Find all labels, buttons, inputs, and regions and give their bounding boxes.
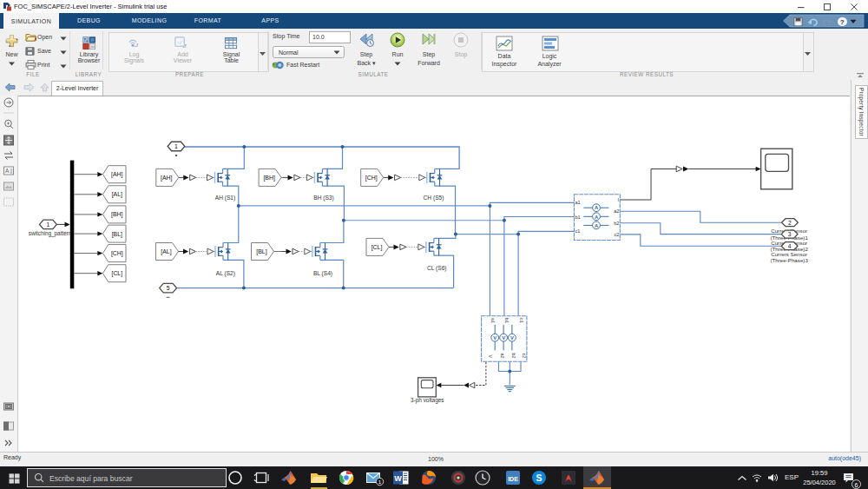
svg-text:[AL]: [AL] bbox=[161, 248, 171, 255]
svg-text:2: 2 bbox=[788, 220, 792, 226]
svg-text:CH (S5): CH (S5) bbox=[424, 195, 444, 202]
svg-text:[AH]: [AH] bbox=[161, 175, 172, 182]
svg-text:a2: a2 bbox=[614, 208, 619, 214]
svg-text:[AL]: [AL] bbox=[112, 191, 122, 198]
svg-text:IDE: IDE bbox=[508, 476, 518, 482]
svg-text:(Three-Phase)3: (Three-Phase)3 bbox=[771, 257, 809, 263]
svg-text:[CH]: [CH] bbox=[365, 175, 378, 182]
svg-text:[BL]: [BL] bbox=[256, 248, 266, 255]
svg-text:[CH]: [CH] bbox=[111, 250, 123, 257]
svg-text:1: 1 bbox=[174, 143, 178, 149]
svg-text:b2: b2 bbox=[511, 354, 516, 359]
svg-text:[BH]: [BH] bbox=[263, 175, 274, 182]
svg-text:S: S bbox=[536, 472, 542, 483]
svg-text:5: 5 bbox=[167, 285, 170, 291]
svg-text:[BL]: [BL] bbox=[112, 231, 122, 238]
svg-text:b2: b2 bbox=[614, 221, 619, 226]
svg-text:b1: b1 bbox=[504, 318, 510, 323]
svg-text:3: 3 bbox=[788, 231, 792, 237]
svg-text:c2: c2 bbox=[522, 354, 527, 359]
svg-text:c1: c1 bbox=[575, 228, 581, 234]
svg-text:b1: b1 bbox=[575, 215, 581, 220]
svg-text:BH (S3): BH (S3) bbox=[313, 195, 333, 202]
svg-text:V: V bbox=[493, 335, 496, 340]
svg-text:Current Sensor: Current Sensor bbox=[771, 251, 807, 257]
svg-text:c1: c1 bbox=[519, 318, 524, 323]
svg-text:V: V bbox=[510, 335, 514, 340]
svg-text:a1: a1 bbox=[575, 200, 581, 205]
svg-text:AL (S2): AL (S2) bbox=[216, 270, 235, 277]
svg-text:AH (S1): AH (S1) bbox=[215, 195, 235, 202]
svg-text:V: V bbox=[488, 355, 493, 359]
svg-text:BL (S4): BL (S4) bbox=[313, 270, 332, 277]
svg-text:V: V bbox=[502, 335, 505, 340]
svg-text:switching_pattern: switching_pattern bbox=[29, 230, 72, 237]
svg-text:[BH]: [BH] bbox=[111, 211, 122, 218]
svg-text:CL (S6): CL (S6) bbox=[427, 265, 446, 272]
svg-text:4: 4 bbox=[788, 243, 792, 249]
svg-text:a1: a1 bbox=[490, 318, 496, 323]
svg-text:A: A bbox=[5, 168, 10, 174]
svg-text:1: 1 bbox=[47, 221, 50, 228]
svg-text:W: W bbox=[394, 474, 402, 483]
svg-text:[CL]: [CL] bbox=[111, 270, 122, 277]
svg-text:[AH]: [AH] bbox=[111, 171, 122, 178]
svg-text:a2: a2 bbox=[500, 354, 505, 359]
svg-text:[CL]: [CL] bbox=[372, 244, 383, 251]
svg-text:3-ph voltages: 3-ph voltages bbox=[411, 397, 444, 404]
svg-text:c2: c2 bbox=[615, 232, 620, 237]
